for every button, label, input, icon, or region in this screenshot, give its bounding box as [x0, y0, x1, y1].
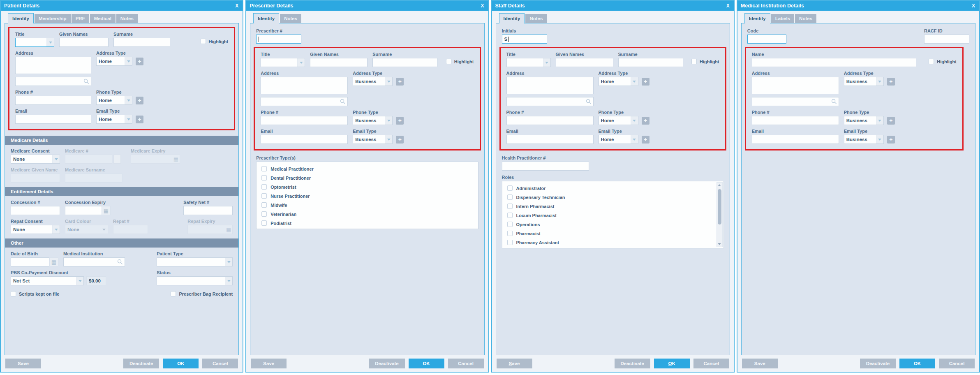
- save-button[interactable]: Save: [742, 359, 778, 368]
- list-item[interactable]: Dispensary Technician: [507, 193, 723, 201]
- email-type-dropdown[interactable]: Home: [96, 115, 132, 124]
- chevron-down-icon[interactable]: [76, 277, 83, 285]
- phone-input[interactable]: [15, 96, 91, 105]
- list-item[interactable]: Pharmacist: [507, 229, 723, 237]
- surname-input[interactable]: [113, 38, 170, 47]
- add-email-button[interactable]: +: [642, 136, 649, 144]
- add-phone-button[interactable]: +: [396, 117, 404, 125]
- chevron-down-icon[interactable]: [52, 155, 60, 163]
- chevron-down-icon[interactable]: [631, 116, 638, 125]
- address-search-input[interactable]: [752, 97, 839, 106]
- date-of-birth-input[interactable]: [11, 257, 50, 266]
- racf-id-input[interactable]: [924, 35, 969, 44]
- role-checkbox[interactable]: [507, 222, 513, 227]
- highlight-checkbox[interactable]: [446, 59, 451, 64]
- chevron-down-icon[interactable]: [297, 58, 305, 67]
- list-item[interactable]: Podiatrist: [261, 219, 478, 227]
- ok-button[interactable]: OK: [409, 359, 444, 368]
- role-checkbox[interactable]: [507, 185, 513, 191]
- list-item[interactable]: Intern Pharmacist: [507, 202, 723, 210]
- chevron-down-icon[interactable]: [631, 77, 638, 86]
- add-address-button[interactable]: +: [887, 78, 895, 86]
- email-input[interactable]: [15, 115, 91, 124]
- medical-institution-input[interactable]: [63, 257, 125, 266]
- address-type-dropdown[interactable]: Business: [353, 77, 393, 86]
- address-input[interactable]: [261, 77, 348, 94]
- chevron-down-icon[interactable]: [125, 115, 132, 123]
- tab-identity[interactable]: Identity: [744, 13, 770, 23]
- tab-medical[interactable]: Medical: [90, 14, 116, 23]
- tab-notes[interactable]: Notes: [116, 14, 138, 23]
- phone-input[interactable]: [752, 116, 839, 125]
- add-address-button[interactable]: +: [136, 58, 143, 65]
- cancel-button[interactable]: Cancel: [939, 359, 975, 368]
- phone-input[interactable]: [506, 116, 594, 125]
- chevron-down-icon[interactable]: [876, 135, 883, 144]
- concession-expiry-input[interactable]: [65, 206, 102, 215]
- initials-input[interactable]: [502, 35, 547, 44]
- role-checkbox[interactable]: [507, 194, 513, 200]
- tab-labels[interactable]: Labels: [771, 14, 794, 23]
- tab-notes[interactable]: Notes: [795, 14, 816, 23]
- given-names-input[interactable]: [59, 38, 109, 47]
- address-input[interactable]: [15, 57, 91, 74]
- tab-identity[interactable]: Identity: [499, 13, 525, 23]
- list-item[interactable]: Veterinarian: [261, 210, 478, 218]
- phone-input[interactable]: [261, 116, 348, 125]
- close-icon[interactable]: X: [235, 3, 238, 9]
- calendar-icon[interactable]: ▦: [49, 257, 58, 266]
- list-item[interactable]: Nurse Practitioner: [261, 192, 478, 200]
- address-input[interactable]: [752, 77, 839, 94]
- prescriber-types-listbox[interactable]: Medical Practitioner Dental Practitioner…: [256, 162, 478, 229]
- prescriber-bag-checkbox[interactable]: [171, 291, 176, 296]
- tab-notes[interactable]: Notes: [525, 14, 547, 23]
- add-address-button[interactable]: +: [396, 78, 404, 86]
- tab-notes[interactable]: Notes: [280, 14, 301, 23]
- phone-type-dropdown[interactable]: Business: [844, 116, 884, 125]
- given-names-input[interactable]: [310, 58, 368, 67]
- address-type-dropdown[interactable]: Home: [96, 57, 132, 66]
- chevron-down-icon[interactable]: [125, 57, 132, 65]
- surname-input[interactable]: [618, 58, 683, 67]
- scripts-kept-checkbox[interactable]: [11, 291, 16, 296]
- address-search-input[interactable]: [261, 97, 348, 106]
- scroll-down-icon[interactable]: [718, 243, 721, 245]
- type-checkbox[interactable]: [261, 193, 267, 199]
- deactivate-button[interactable]: Deactivate: [860, 359, 896, 368]
- email-type-dropdown[interactable]: Business: [353, 135, 393, 144]
- roles-scrollbar[interactable]: [717, 182, 723, 247]
- chevron-down-icon[interactable]: [385, 77, 392, 86]
- add-email-button[interactable]: +: [136, 116, 143, 123]
- ok-button[interactable]: OK: [899, 359, 935, 368]
- name-input[interactable]: [752, 58, 916, 67]
- type-checkbox[interactable]: [261, 220, 267, 226]
- chevron-down-icon[interactable]: [543, 58, 550, 67]
- phone-type-dropdown[interactable]: Home: [599, 116, 638, 125]
- role-checkbox[interactable]: [507, 213, 513, 218]
- save-button[interactable]: Save: [497, 359, 532, 368]
- close-icon[interactable]: X: [726, 3, 730, 9]
- email-type-dropdown[interactable]: Home: [599, 135, 638, 144]
- list-item[interactable]: Dental Practitioner: [261, 174, 478, 182]
- title-dropdown[interactable]: [506, 58, 551, 67]
- role-checkbox[interactable]: [507, 240, 513, 245]
- role-checkbox[interactable]: [507, 204, 513, 209]
- title-dropdown[interactable]: [15, 38, 54, 47]
- deactivate-button[interactable]: Deactivate: [615, 359, 650, 368]
- code-input[interactable]: [747, 35, 786, 44]
- chevron-down-icon[interactable]: [876, 77, 883, 86]
- list-item[interactable]: Optometrist: [261, 183, 478, 191]
- medicare-consent-dropdown[interactable]: None: [11, 155, 60, 164]
- add-phone-button[interactable]: +: [642, 117, 649, 125]
- prescriber-number-input[interactable]: [256, 35, 301, 44]
- chevron-down-icon[interactable]: [631, 135, 638, 144]
- highlight-checkbox[interactable]: [929, 59, 934, 64]
- calendar-icon[interactable]: ▦: [102, 206, 111, 215]
- chevron-down-icon[interactable]: [52, 225, 60, 234]
- email-input[interactable]: [752, 135, 839, 144]
- phone-type-dropdown[interactable]: Business: [353, 116, 393, 125]
- list-item[interactable]: Midwife: [261, 201, 478, 209]
- list-item[interactable]: Administrator: [507, 184, 723, 192]
- tab-membership[interactable]: Membership: [35, 14, 71, 23]
- chevron-down-icon[interactable]: [125, 96, 132, 104]
